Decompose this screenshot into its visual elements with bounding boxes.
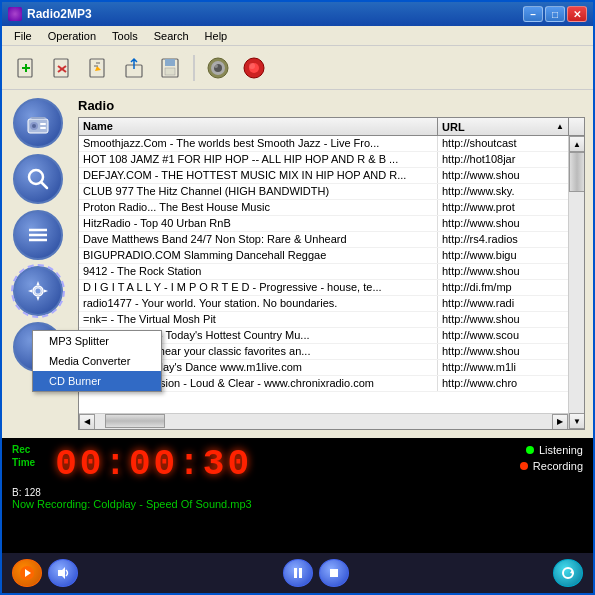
table-row[interactable]: HOT 108 JAMZ #1 FOR HIP HOP -- ALL HIP H…: [79, 152, 568, 168]
save-icon: [159, 57, 181, 79]
hscroll-thumb[interactable]: [105, 414, 165, 428]
vscroll-thumb[interactable]: [569, 152, 584, 192]
titlebar-buttons: – □ ✕: [523, 6, 587, 22]
ctrl-center: [283, 559, 349, 587]
titlebar-title: Radio2MP3: [27, 7, 92, 21]
table-row[interactable]: Dave Matthews Band 24/7 Non Stop: Rare &…: [79, 232, 568, 248]
cell-url: http://www.shou: [438, 168, 568, 183]
menubar: File Operation Tools Search Help: [2, 26, 593, 46]
svg-point-32: [36, 289, 41, 294]
menu-file[interactable]: File: [6, 28, 40, 44]
vscroll-down-btn[interactable]: ▼: [569, 413, 584, 429]
app-icon: [8, 7, 22, 21]
cell-name: D I G I T A L L Y - I M P O R T E D - Pr…: [79, 280, 438, 295]
ctrl-right: [553, 559, 583, 587]
context-menu-item-mp3-splitter[interactable]: MP3 Splitter: [33, 331, 161, 351]
column-header-name: Name: [79, 118, 438, 135]
table-row[interactable]: HitzRadio - Top 40 Urban RnBhttp://www.s…: [79, 216, 568, 232]
new-button[interactable]: [10, 52, 42, 84]
refresh-button[interactable]: [553, 559, 583, 587]
horizontal-scrollbar[interactable]: ◀ ▶: [79, 413, 568, 429]
listening-label: Listening: [539, 444, 583, 456]
speaker-icon: [55, 565, 71, 581]
menu-help[interactable]: Help: [197, 28, 236, 44]
titlebar-left: Radio2MP3: [8, 7, 92, 21]
svg-line-26: [41, 182, 47, 188]
table-row[interactable]: 9412 - The Rock Stationhttp://www.shou: [79, 264, 568, 280]
cell-name: Smoothjazz.Com - The worlds best Smooth …: [79, 136, 438, 151]
menu-search[interactable]: Search: [146, 28, 197, 44]
context-menu-item-cd-burner[interactable]: CD Burner: [33, 371, 161, 391]
recording-status: Recording: [520, 460, 583, 472]
cell-name: Proton Radio... The Best House Music: [79, 200, 438, 215]
table-row[interactable]: D I G I T A L L Y - I M P O R T E D - Pr…: [79, 280, 568, 296]
cell-name: DEFJAY.COM - THE HOTTEST MUSIC MIX IN HI…: [79, 168, 438, 183]
table-row[interactable]: Smoothjazz.Com - The worlds best Smooth …: [79, 136, 568, 152]
close-button[interactable]: ✕: [567, 6, 587, 22]
cell-name: HitzRadio - Top 40 Urban RnB: [79, 216, 438, 231]
recording-area: Rec Time 00:00:30 Listening Recording B:…: [2, 438, 593, 553]
record-button[interactable]: [238, 52, 270, 84]
main-area: ? Radio Name URL ▲: [2, 90, 593, 438]
cell-url: http://www.m1li: [438, 360, 568, 375]
search-sidebar-btn[interactable]: [13, 154, 63, 204]
playlist-sidebar-btn[interactable]: [13, 210, 63, 260]
cell-url: http://www.shou: [438, 264, 568, 279]
menu-tools[interactable]: Tools: [104, 28, 146, 44]
hscroll-track[interactable]: [95, 414, 552, 430]
svg-point-22: [32, 124, 36, 128]
hscroll-right-btn[interactable]: ▶: [552, 414, 568, 430]
bottom-controls: [2, 553, 593, 593]
recording-dot: [520, 462, 528, 470]
cell-url: http://www.sky.: [438, 184, 568, 199]
content-header: Radio: [78, 98, 585, 113]
cell-url: http://www.bigu: [438, 248, 568, 263]
cell-url: http://www.radi: [438, 296, 568, 311]
delete-button[interactable]: [46, 52, 78, 84]
settings-icon: [25, 278, 51, 304]
save-button[interactable]: [154, 52, 186, 84]
vscroll-track[interactable]: [569, 152, 584, 413]
cell-url: http://www.prot: [438, 200, 568, 215]
radio-sidebar-btn[interactable]: [13, 98, 63, 148]
edit-button[interactable]: [82, 52, 114, 84]
vertical-scrollbar[interactable]: ▲ ▼: [568, 136, 584, 429]
volume-ctrl-btn[interactable]: [48, 559, 78, 587]
menu-operation[interactable]: Operation: [40, 28, 104, 44]
svg-point-19: [249, 63, 255, 69]
svg-rect-39: [330, 569, 338, 577]
cell-name: BIGUPRADIO.COM Slamming Dancehall Reggae: [79, 248, 438, 263]
rec-time-display: 00:00:30: [55, 444, 510, 485]
cell-name: =nk= - The Virtual Mosh Pit: [79, 312, 438, 327]
pause-icon: [290, 565, 306, 581]
volume-button[interactable]: [202, 52, 234, 84]
play-button[interactable]: [12, 559, 42, 587]
export-icon: [123, 57, 145, 79]
cell-url: http://di.fm/mp: [438, 280, 568, 295]
hscroll-left-btn[interactable]: ◀: [79, 414, 95, 430]
cell-url: http://www.scou: [438, 328, 568, 343]
pause-button[interactable]: [283, 559, 313, 587]
table-row[interactable]: Proton Radio... The Best House Musichttp…: [79, 200, 568, 216]
minimize-button[interactable]: –: [523, 6, 543, 22]
table-row[interactable]: BIGUPRADIO.COM Slamming Dancehall Reggae…: [79, 248, 568, 264]
table-row[interactable]: =nk= - The Virtual Mosh Pithttp://www.sh…: [79, 312, 568, 328]
cell-url: http://www.shou: [438, 344, 568, 359]
svg-rect-24: [40, 127, 46, 129]
new-icon: [15, 57, 37, 79]
table-header: Name URL ▲: [79, 118, 584, 136]
table-row[interactable]: radio1477 - Your world. Your station. No…: [79, 296, 568, 312]
toolbar-separator: [193, 55, 195, 81]
table-row[interactable]: CLUB 977 The Hitz Channel (HIGH BANDWIDT…: [79, 184, 568, 200]
time-label: Time: [12, 457, 35, 468]
cell-name: Dave Matthews Band 24/7 Non Stop: Rare &…: [79, 232, 438, 247]
maximize-button[interactable]: □: [545, 6, 565, 22]
export-button[interactable]: [118, 52, 150, 84]
vscroll-up-btn[interactable]: ▲: [569, 136, 584, 152]
cell-url: http://www.shou: [438, 216, 568, 231]
stop-button[interactable]: [319, 559, 349, 587]
table-row[interactable]: DEFJAY.COM - THE HOTTEST MUSIC MIX IN HI…: [79, 168, 568, 184]
settings-sidebar-btn[interactable]: [13, 266, 63, 316]
context-menu-item-media-converter[interactable]: Media Converter: [33, 351, 161, 371]
edit-icon: [87, 57, 109, 79]
